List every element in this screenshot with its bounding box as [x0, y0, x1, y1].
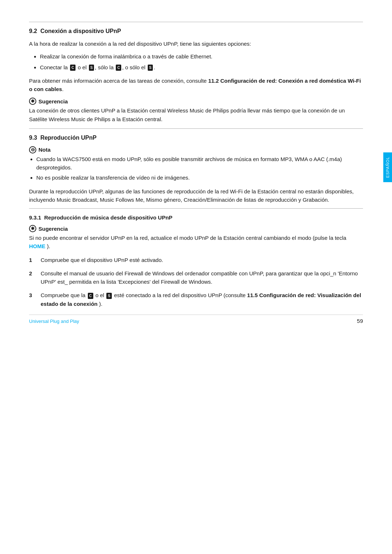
tip-label-9-3-1: Sugerencia — [38, 226, 68, 232]
note-item-2: No es posible realizar la transferencia … — [36, 173, 363, 182]
note-icon-9-3: ⊖ — [29, 146, 36, 153]
step-3-icon-c: C — [88, 293, 93, 299]
section-9-2-intro: A la hora de realizar la conexión a la r… — [29, 40, 363, 48]
note-list-9-3: Cuando la WACS7500 está en modo UPnP, só… — [36, 155, 363, 182]
step-3-num: 3 — [29, 291, 36, 308]
icon-c-inline: C — [70, 65, 75, 71]
tip-icon-9-2: ✱ — [29, 98, 36, 105]
tip-label-9-2: Sugerencia — [38, 98, 68, 104]
step-3-end: ). — [99, 301, 102, 307]
section-9-3: 9.3 Reproducción UPnP ⊖ Nota Cuando la W… — [29, 128, 363, 204]
step-3: 3 Compruebe que la C o el S esté conecta… — [29, 291, 363, 308]
icon-s-inline2: S — [148, 65, 153, 71]
section-9-3-1-num: 9.3.1 — [29, 214, 41, 221]
section-divider-top — [29, 22, 363, 22]
section-9-2-bullets: Realizar la conexión de forma inalámbric… — [40, 52, 363, 71]
icon-s-inline: S — [89, 65, 94, 71]
sidebar-label: ESPAÑOL — [385, 157, 390, 178]
sidebar-language-tab: ESPAÑOL — [383, 152, 392, 182]
tip-title-9-3-1: ✱ Sugerencia — [29, 225, 363, 232]
section-9-2-more-info: Para obtener más información acerca de l… — [29, 77, 363, 94]
section-9-3-1-divider — [29, 208, 363, 209]
note-label-9-3: Nota — [38, 147, 50, 153]
note-item-1: Cuando la WACS7500 está en modo UPnP, só… — [36, 155, 363, 172]
tip-text-after: ). — [47, 243, 50, 249]
section-9-2-num: 9.2 — [29, 28, 37, 34]
section-9-3-body: Durante la reproducción UPnP, algunas de… — [29, 187, 363, 204]
step-1-num: 1 — [29, 256, 36, 264]
step-1-text: Compruebe que el dispositivo UPnP esté a… — [41, 256, 163, 264]
step-1: 1 Compruebe que el dispositivo UPnP esté… — [29, 256, 363, 264]
tip-icon-9-3-1: ✱ — [29, 225, 36, 232]
step-2: 2 Consulte el manual de usuario del Fire… — [29, 269, 363, 286]
step-3-text-before: Compruebe que la — [41, 292, 85, 298]
section-9-3-1-title: 9.3.1 Reproducción de música desde dispo… — [29, 214, 363, 221]
section-9-3-note: ⊖ Nota Cuando la WACS7500 está en modo U… — [29, 146, 363, 182]
bullet-2: Conectar la C o el S, sólo la C, o sólo … — [40, 63, 363, 71]
step-3-icon-s: S — [106, 293, 112, 299]
section-9-2-more-text: Para obtener más información acerca de l… — [29, 78, 207, 84]
page-container: ESPAÑOL 9.2 Conexión a dispositivo UPnP … — [0, 0, 392, 335]
section-9-2-title: 9.2 Conexión a dispositivo UPnP — [29, 28, 363, 34]
tip-text-9-2: La conexión de otros clientes UPnP a la … — [29, 106, 363, 123]
section-9-3-num: 9.3 — [29, 135, 37, 141]
step-2-text: Consulte el manual de usuario del Firewa… — [41, 269, 363, 286]
section-9-3-1-text: Reproducción de música desde dispositivo… — [44, 214, 172, 221]
home-link[interactable]: HOME — [29, 243, 45, 249]
steps-list: 1 Compruebe que el dispositivo UPnP esté… — [29, 256, 363, 308]
step-2-num: 2 — [29, 269, 36, 286]
section-9-2-tip: ✱ Sugerencia La conexión de otros client… — [29, 98, 363, 123]
step-3-text-mid: o el — [95, 292, 104, 298]
tip-title-9-2: ✱ Sugerencia — [29, 98, 363, 105]
section-9-3-1: 9.3.1 Reproducción de música desde dispo… — [29, 208, 363, 308]
footer-page-number: 59 — [357, 318, 363, 324]
footer-left-text: Universal Plug and Play — [29, 319, 79, 324]
bullet-1: Realizar la conexión de forma inalámbric… — [40, 52, 363, 61]
section-9-3-text: Reproducción UPnP — [40, 135, 97, 141]
step-3-text: Compruebe que la C o el S esté conectado… — [41, 291, 363, 308]
note-title-9-3: ⊖ Nota — [29, 146, 363, 153]
section-9-3-1-tip: ✱ Sugerencia Si no puede encontrar el se… — [29, 225, 363, 251]
section-9-2: 9.2 Conexión a dispositivo UPnP A la hor… — [29, 22, 363, 123]
section-9-2-text: Conexión a dispositivo UPnP — [40, 28, 121, 34]
footer: Universal Plug and Play 59 — [29, 315, 363, 324]
tip-text-before: Si no puede encontrar el servidor UPnP e… — [29, 235, 346, 241]
section-9-3-divider — [29, 128, 363, 129]
section-9-3-title: 9.3 Reproducción UPnP — [29, 135, 363, 141]
icon-c-inline2: C — [116, 65, 121, 71]
tip-text-9-3-1: Si no puede encontrar el servidor UPnP e… — [29, 234, 363, 251]
step-3-text-after: esté conectado a la red del dispositivo … — [114, 292, 245, 298]
